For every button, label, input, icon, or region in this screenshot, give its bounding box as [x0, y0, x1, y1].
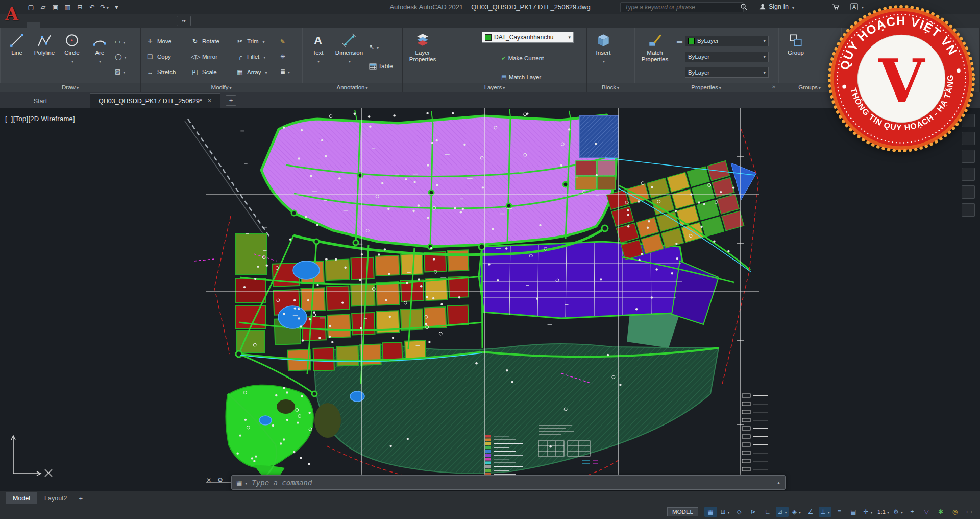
move-button[interactable]: ✛Move — [144, 35, 189, 49]
file-tab-document[interactable]: QH03_QHSDD_PK17 ĐTL_250629* — [90, 93, 220, 108]
tab-add-ins[interactable] — [119, 22, 133, 28]
tab-annotate[interactable] — [53, 22, 66, 28]
workspace-switching-icon[interactable]: ⚙ — [892, 507, 904, 517]
match-layer-button[interactable]: ▤Match Layer — [501, 74, 541, 81]
properties-panel-label[interactable]: Properties — [634, 83, 778, 92]
osnap-tracking-icon[interactable]: ∠ — [804, 507, 817, 517]
help-search-box[interactable] — [620, 2, 744, 12]
model-space-button[interactable]: MODEL — [667, 507, 698, 516]
command-line[interactable]: ▦ Type a command — [231, 475, 786, 490]
group-button[interactable]: Group — [781, 31, 810, 83]
infer-constraints-icon[interactable]: ◇ — [733, 507, 746, 517]
copy-button[interactable]: ❑Copy — [144, 50, 189, 64]
command-input[interactable]: Type a command — [252, 479, 312, 487]
command-caret-icon[interactable] — [244, 479, 247, 486]
command-customize-icon[interactable]: ⚙ — [217, 477, 223, 484]
annotation-scale-button[interactable]: 1:1 — [876, 507, 890, 517]
command-close-icon[interactable]: ✕ — [206, 477, 211, 484]
tab-manage[interactable] — [93, 22, 106, 28]
make-current-button[interactable]: ✔Make Current — [501, 55, 544, 62]
linetype-dropdown[interactable]: ByLayer — [685, 52, 769, 62]
insert-block-button[interactable]: Insert — [590, 31, 617, 83]
array-button[interactable]: ▦Array — [234, 65, 279, 79]
dimension-button[interactable]: Dimension — [331, 31, 368, 83]
annotation-monitor-icon[interactable]: + — [906, 507, 919, 517]
tab-featured-apps[interactable] — [159, 22, 173, 28]
object-filter-icon[interactable]: ▽ — [920, 507, 933, 517]
command-history-icon[interactable] — [772, 480, 785, 485]
multileader-tool-icon[interactable]: ↖ — [369, 43, 398, 51]
tab-output[interactable] — [106, 22, 119, 28]
clean-screen-icon[interactable]: ▭ — [963, 507, 976, 517]
text-button[interactable]: A Text — [305, 31, 331, 83]
orbit-icon[interactable] — [962, 185, 975, 199]
undo-button[interactable]: ↶ — [88, 3, 96, 12]
scale-button[interactable]: ◰Scale — [189, 65, 234, 79]
qat-customize-button[interactable]: ▾ — [112, 3, 121, 12]
save-as-button[interactable]: ▥ — [63, 3, 72, 12]
layer-dropdown[interactable]: DAT_Cayxanhhanchu — [482, 32, 574, 43]
rotate-button[interactable]: ↻Rotate — [189, 35, 234, 49]
mirror-button[interactable]: ◁▷Mirror — [189, 50, 234, 64]
layer-dropdown-caret-icon[interactable] — [568, 35, 571, 40]
match-properties-button[interactable]: Match Properties — [638, 31, 672, 83]
line-button[interactable]: Line — [3, 31, 31, 83]
ortho-mode-icon[interactable]: ∟ — [762, 507, 774, 517]
save-button[interactable]: ▣ — [51, 3, 60, 12]
selection-cycling-icon[interactable]: ✛ — [862, 507, 874, 517]
table-button[interactable]: Table — [369, 63, 398, 70]
layers-panel-label[interactable]: Layers — [403, 83, 586, 92]
file-tab-close-icon[interactable] — [207, 98, 212, 104]
grid-icon[interactable]: ▦ — [704, 507, 717, 517]
ribbon-display-toggle[interactable]: ▪▾ — [177, 16, 191, 26]
arc-caret-icon[interactable] — [98, 58, 101, 64]
object-color-dropdown[interactable]: ByLayer — [685, 36, 769, 46]
command-recent-icon[interactable]: ▦ — [236, 479, 242, 486]
polar-tracking-icon[interactable]: ⊿ — [776, 507, 789, 517]
snap-mode-icon[interactable]: ⊞ — [719, 507, 731, 517]
layer-properties-button[interactable]: Layer Properties — [406, 31, 439, 83]
ucs-icon[interactable] — [11, 436, 52, 477]
circle-caret-icon[interactable] — [70, 58, 74, 64]
open-file-button[interactable]: ▱ — [39, 3, 47, 12]
tab-collaborate[interactable] — [133, 22, 146, 28]
tab-home[interactable] — [27, 22, 40, 28]
stretch-button[interactable]: ↔Stretch — [144, 65, 189, 79]
lineweight-icon[interactable]: ≡ — [833, 507, 846, 517]
new-drawing-tab-button[interactable]: + — [226, 95, 236, 106]
sign-in-button[interactable]: Sign In — [759, 2, 794, 11]
annotation-panel-label[interactable]: Annotation — [302, 83, 402, 92]
sign-in-caret-icon[interactable] — [791, 3, 794, 11]
tab-view[interactable] — [80, 22, 93, 28]
new-file-button[interactable]: ▢ — [27, 3, 35, 12]
trim-button[interactable]: ✂Trim — [234, 35, 279, 49]
drawing-canvas[interactable] — [0, 108, 980, 491]
drawing-area[interactable]: [−][Top][2D Wireframe] — [0, 108, 980, 491]
circle-button[interactable]: Circle — [58, 31, 86, 83]
autocad-logo[interactable]: A — [0, 0, 23, 28]
new-layout-button[interactable]: + — [79, 494, 83, 502]
viewport-controls[interactable]: [−][Top][2D Wireframe] — [5, 115, 75, 123]
tab-insert[interactable] — [40, 22, 53, 28]
draw-panel-label[interactable]: Draw — [0, 83, 140, 92]
isometric-drafting-icon[interactable]: ◈ — [790, 507, 803, 517]
modify-panel-label[interactable]: Modify — [141, 83, 302, 92]
ellipse-tool-icon[interactable]: ◯ — [115, 53, 126, 60]
fillet-button[interactable]: ╭Fillet — [234, 50, 279, 64]
erase-tool-icon[interactable]: ✎ — [280, 38, 290, 45]
dynamic-input-icon[interactable]: ⊳ — [747, 507, 760, 517]
transparency-icon[interactable]: ▤ — [847, 507, 860, 517]
redo-button[interactable]: ↷ — [100, 3, 109, 12]
rectangle-tool-icon[interactable]: ▭ — [115, 38, 126, 45]
plot-button[interactable]: ⊟ — [76, 3, 84, 12]
layout-tab-model[interactable]: Model — [6, 492, 37, 504]
block-panel-label[interactable]: Block — [587, 83, 634, 92]
tab-parametric[interactable] — [66, 22, 80, 28]
graphics-performance-icon[interactable]: ✱ — [935, 507, 947, 517]
search-icon[interactable] — [740, 2, 747, 11]
polyline-button[interactable]: Polyline — [31, 31, 58, 83]
explode-tool-icon[interactable]: ✳ — [280, 53, 290, 60]
offset-tool-icon[interactable]: ≣ — [280, 68, 290, 75]
file-tab-start[interactable]: Start — [9, 94, 71, 108]
lineweight-dropdown[interactable]: ByLayer — [685, 67, 769, 78]
